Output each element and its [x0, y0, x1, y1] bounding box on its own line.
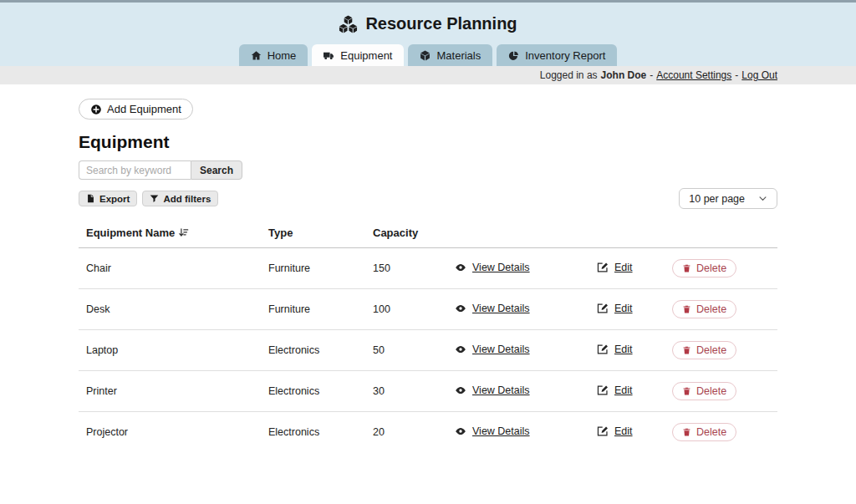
trash-icon — [682, 386, 691, 396]
table-row: Desk Furniture 100 View Details Edit Del… — [79, 289, 777, 330]
edit-icon — [597, 344, 609, 355]
trash-icon — [682, 427, 691, 437]
edit-link[interactable]: Edit — [597, 303, 633, 314]
edit-icon — [597, 425, 609, 437]
table-header-row: Equipment Name Type Capacity — [79, 219, 777, 248]
column-header-equipment-name[interactable]: Equipment Name — [79, 219, 261, 248]
plus-circle-icon — [90, 104, 102, 115]
table-row: Projector Electronics 20 View Details Ed… — [79, 412, 777, 453]
table-row: Chair Furniture 150 View Details Edit De… — [79, 248, 777, 289]
tab-materials[interactable]: Materials — [408, 44, 492, 66]
main-content: Add Equipment Equipment Search Export Ad… — [0, 84, 856, 452]
add-filters-label: Add filters — [163, 194, 211, 204]
cell-type: Electronics — [261, 330, 365, 371]
cell-type: Furniture — [261, 248, 365, 289]
file-icon — [86, 194, 95, 203]
tab-bar: Home Equipment Materials Inventory Repor… — [0, 44, 856, 66]
delete-button[interactable]: Delete — [672, 382, 736, 400]
column-header-type[interactable]: Type — [261, 219, 365, 248]
chevron-down-icon — [758, 194, 767, 203]
view-details-link[interactable]: View Details — [455, 425, 530, 437]
truck-icon — [324, 50, 334, 61]
column-header-actions-1 — [447, 219, 589, 248]
log-out-link[interactable]: Log Out — [741, 69, 777, 81]
tab-equipment[interactable]: Equipment — [312, 44, 404, 66]
cell-type: Electronics — [261, 371, 365, 412]
tab-inventory-report-label: Inventory Report — [525, 49, 605, 62]
cell-equipment-name: Chair — [79, 248, 261, 289]
home-icon — [251, 50, 262, 61]
box-icon — [420, 50, 431, 61]
separator: - — [650, 69, 653, 81]
column-header-actions-2 — [589, 219, 665, 248]
trash-icon — [682, 304, 691, 314]
edit-link[interactable]: Edit — [597, 344, 633, 355]
tab-materials-label: Materials — [436, 49, 481, 62]
search-button[interactable]: Search — [191, 160, 242, 180]
eye-icon — [455, 262, 466, 273]
column-header-actions-3 — [665, 219, 777, 248]
user-bar: Logged in as John Doe - Account Settings… — [0, 66, 856, 84]
edit-icon — [597, 384, 609, 396]
cubes-icon — [339, 15, 358, 33]
add-equipment-button[interactable]: Add Equipment — [79, 99, 193, 120]
per-page-value: 10 per page — [689, 193, 745, 205]
cell-equipment-name: Projector — [79, 412, 261, 453]
delete-button[interactable]: Delete — [672, 423, 736, 441]
edit-link[interactable]: Edit — [597, 384, 633, 396]
cell-capacity: 20 — [365, 412, 447, 453]
trash-icon — [682, 345, 691, 355]
view-details-link[interactable]: View Details — [455, 384, 530, 396]
app-header: Resource Planning Home Equipment Materia… — [0, 3, 856, 66]
tab-home-label: Home — [268, 49, 297, 62]
export-label: Export — [99, 194, 130, 204]
edit-icon — [597, 303, 609, 314]
table-toolbar: Export Add filters 10 per page — [79, 188, 777, 209]
edit-link[interactable]: Edit — [597, 425, 633, 437]
cell-capacity: 150 — [365, 248, 447, 289]
cell-equipment-name: Printer — [79, 371, 261, 412]
search-input[interactable] — [79, 160, 191, 180]
per-page-select[interactable]: 10 per page — [679, 188, 777, 209]
pie-chart-icon — [508, 50, 519, 61]
view-details-link[interactable]: View Details — [455, 344, 530, 355]
table-row: Printer Electronics 30 View Details Edit… — [79, 371, 777, 412]
user-name: John Doe — [601, 69, 647, 81]
delete-button[interactable]: Delete — [672, 259, 736, 277]
eye-icon — [455, 384, 466, 396]
add-filters-button[interactable]: Add filters — [142, 191, 218, 206]
account-settings-link[interactable]: Account Settings — [656, 69, 731, 81]
trash-icon — [682, 263, 691, 273]
tab-inventory-report[interactable]: Inventory Report — [497, 44, 617, 66]
export-button[interactable]: Export — [79, 191, 137, 206]
cell-capacity: 50 — [365, 330, 447, 371]
cell-capacity: 100 — [365, 289, 447, 330]
eye-icon — [455, 425, 466, 437]
tab-equipment-label: Equipment — [340, 49, 392, 62]
view-details-link[interactable]: View Details — [455, 262, 530, 273]
app-title-text: Resource Planning — [365, 14, 517, 33]
search-row: Search — [79, 160, 777, 180]
tab-home[interactable]: Home — [239, 44, 308, 66]
delete-button[interactable]: Delete — [672, 341, 736, 359]
cell-type: Furniture — [261, 289, 365, 330]
column-header-capacity[interactable]: Capacity — [365, 219, 447, 248]
filter-icon — [150, 194, 159, 203]
separator: - — [735, 69, 738, 81]
equipment-table: Equipment Name Type Capacity Chair Furni… — [79, 219, 777, 452]
logged-in-text: Logged in as — [540, 69, 598, 81]
app-title: Resource Planning — [0, 3, 856, 33]
edit-link[interactable]: Edit — [597, 262, 633, 273]
cell-equipment-name: Desk — [79, 289, 261, 330]
eye-icon — [455, 303, 466, 314]
view-details-link[interactable]: View Details — [455, 303, 530, 314]
add-equipment-label: Add Equipment — [107, 103, 181, 115]
delete-button[interactable]: Delete — [672, 300, 736, 318]
eye-icon — [455, 344, 466, 355]
sort-icon — [178, 227, 189, 238]
page-title: Equipment — [79, 132, 777, 152]
cell-capacity: 30 — [365, 371, 447, 412]
table-row: Laptop Electronics 50 View Details Edit … — [79, 330, 777, 371]
edit-icon — [597, 262, 609, 273]
cell-equipment-name: Laptop — [79, 330, 261, 371]
